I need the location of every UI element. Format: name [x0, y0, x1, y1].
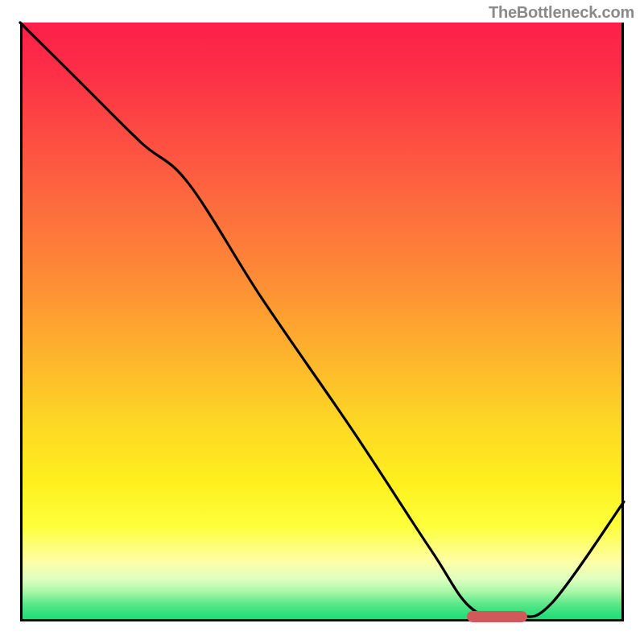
plot-area: [20, 23, 624, 621]
chart-container: TheBottleneck.com: [0, 0, 644, 644]
optimal-range-marker: [467, 611, 527, 622]
attribution-text: TheBottleneck.com: [489, 3, 634, 22]
bottleneck-curve: [20, 23, 624, 621]
